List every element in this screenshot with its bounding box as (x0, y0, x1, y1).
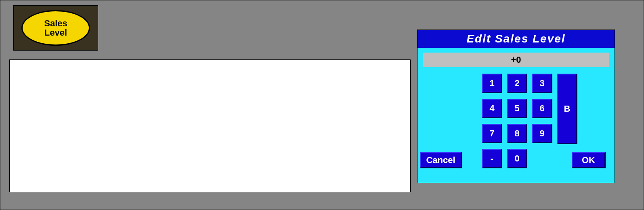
keypad-area: 1 2 3 4 5 6 7 8 9 - 0 B Cancel OK (417, 71, 615, 182)
key-4[interactable]: 4 (482, 99, 502, 118)
key-0[interactable]: 0 (507, 149, 527, 168)
key-3[interactable]: 3 (532, 74, 552, 93)
sales-level-button-frame: Sales Level (13, 5, 98, 51)
sales-level-button[interactable]: Sales Level (21, 10, 90, 46)
panel-title: Edit Sales Level (417, 30, 615, 48)
sales-level-button-line2: Level (44, 28, 67, 37)
key-1[interactable]: 1 (482, 74, 502, 93)
key-backspace[interactable]: B (557, 74, 577, 144)
key-2[interactable]: 2 (507, 74, 527, 93)
key-9[interactable]: 9 (532, 124, 552, 143)
key-7[interactable]: 7 (482, 124, 502, 143)
content-area (9, 59, 411, 192)
cancel-button[interactable]: Cancel (420, 152, 462, 168)
key-5[interactable]: 5 (507, 99, 527, 118)
value-display: +0 (423, 53, 609, 67)
key-minus[interactable]: - (482, 149, 502, 168)
key-6[interactable]: 6 (532, 99, 552, 118)
key-8[interactable]: 8 (507, 124, 527, 143)
sales-level-button-line1: Sales (44, 19, 67, 28)
ok-button[interactable]: OK (572, 152, 606, 168)
edit-sales-level-panel: Edit Sales Level +0 1 2 3 4 5 6 7 8 9 - … (417, 30, 615, 183)
